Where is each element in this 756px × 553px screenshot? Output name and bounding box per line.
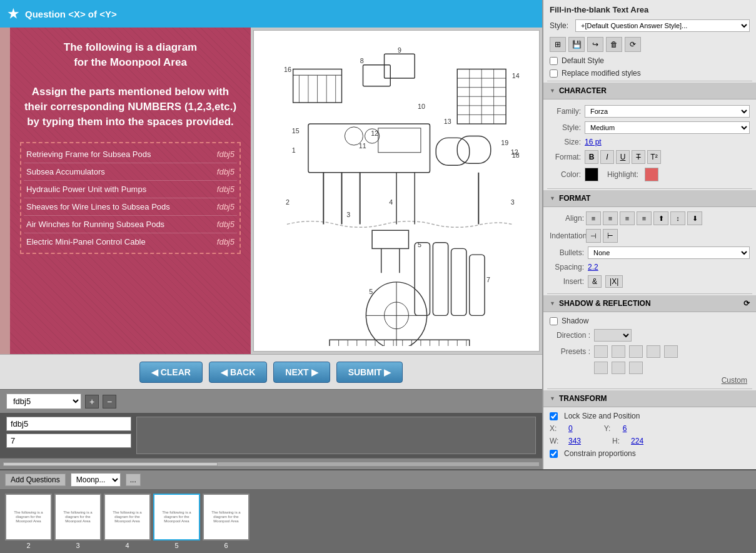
thumbnail-5[interactable]: The following is a diagram for the Moonp… <box>203 494 249 549</box>
preset-btn-3[interactable] <box>629 345 643 358</box>
replace-modified-checkbox[interactable] <box>550 69 558 78</box>
align-middle-button[interactable]: ↕ <box>670 211 685 225</box>
submit-button[interactable]: SUBMIT ▶ <box>336 362 403 383</box>
spacing-value[interactable]: 2.2 <box>588 263 598 271</box>
bold-button[interactable]: B <box>585 150 598 164</box>
icon-btn-rotate[interactable]: ↪ <box>587 37 603 52</box>
shadow-section-header[interactable]: ▼ SHADOW & REFLECTION ⟳ <box>543 295 756 312</box>
custom-label[interactable]: Custom <box>722 374 747 387</box>
text-panel: The following is a diagram for the Moonp… <box>10 28 251 354</box>
color-swatch[interactable] <box>585 168 598 181</box>
thumbnail-3[interactable]: The following is a diagram for the Moonp… <box>104 494 151 549</box>
size-value[interactable]: 16 pt <box>585 138 602 146</box>
y-value[interactable]: 6 <box>623 424 627 433</box>
character-section-header[interactable]: ▼ CHARACTER <box>543 83 756 99</box>
insert-x-button[interactable]: |X| <box>605 275 623 288</box>
part-name-0: Retrieving Frame for Subsea Pods <box>26 150 217 159</box>
preset-btn-2[interactable] <box>612 345 625 358</box>
answer-text-input[interactable] <box>6 417 131 431</box>
format-buttons: B I U T T² <box>585 150 661 164</box>
indent-row: Indentation: ⊣ ⊢ <box>550 227 750 245</box>
style-select[interactable]: +[Default Question Answer Style]... <box>575 19 750 32</box>
align-top-button[interactable]: ⬆ <box>653 211 668 225</box>
sub-input-left <box>6 417 131 448</box>
part-name-4: Air Winches for Running Subsea Pods <box>26 220 217 229</box>
x-value[interactable]: 0 <box>568 424 573 433</box>
spacing-row: Spacing: 2.2 <box>550 261 750 273</box>
indent-dec-button[interactable]: ⊣ <box>586 229 601 243</box>
more-button[interactable]: ... <box>126 474 141 486</box>
align-justify-button[interactable]: ≡ <box>637 211 652 225</box>
thumbnail-1[interactable]: The following is a diagram for the Moonp… <box>5 494 52 549</box>
preset-btn-5[interactable] <box>664 345 678 358</box>
align-center-button[interactable]: ≡ <box>603 211 618 225</box>
svg-text:10: 10 <box>418 103 425 110</box>
h-value[interactable]: 224 <box>631 437 643 445</box>
preset-btn-1[interactable] <box>594 345 608 358</box>
constrain-label: Constrain proportions <box>564 449 636 458</box>
lock-checkbox[interactable] <box>550 412 558 420</box>
thumbnail-select[interactable]: Moonp... <box>71 473 121 487</box>
preset-btn-6[interactable] <box>594 362 608 374</box>
thumbnail-4[interactable]: The following is a diagram for the Moonp… <box>153 494 200 549</box>
icon-btn-row: ⊞ 💾 ↪ 🗑 ⟳ <box>543 34 756 54</box>
answer-number-input[interactable] <box>6 434 131 448</box>
shadow-checkbox[interactable] <box>550 317 558 325</box>
answer-select[interactable]: fdbj5 <box>6 393 81 409</box>
presets-row-2 <box>550 360 750 376</box>
add-questions-button[interactable]: Add Questions <box>5 474 66 486</box>
insert-amp-button[interactable]: & <box>588 275 602 288</box>
w-key: W: <box>550 437 562 445</box>
strikethrough-button[interactable]: T <box>632 150 645 164</box>
next-button[interactable]: NEXT ▶ <box>273 362 330 383</box>
x-key: X: <box>550 424 562 433</box>
transform-triangle: ▼ <box>550 395 555 402</box>
direction-select[interactable] <box>594 329 632 342</box>
family-select[interactable]: Forza <box>585 105 750 118</box>
highlight-swatch[interactable] <box>645 168 658 181</box>
controls-bar: ◀ CLEAR ◀ BACK NEXT ▶ SUBMIT ▶ <box>0 354 542 389</box>
bullets-select[interactable]: None <box>588 246 750 259</box>
replace-modified-row: Replace modified styles <box>543 67 756 79</box>
thumbnail-2[interactable]: The following is a diagram for the Moonp… <box>54 494 101 549</box>
shadow-refresh-icon[interactable]: ⟳ <box>743 299 750 308</box>
family-row: Family: Forza <box>550 103 750 119</box>
icon-btn-save[interactable]: 💾 <box>568 37 585 52</box>
align-right-button[interactable]: ≡ <box>620 211 635 225</box>
format-section-header[interactable]: ▼ FORMAT <box>543 190 756 207</box>
default-style-checkbox[interactable] <box>550 57 558 65</box>
char-style-select[interactable]: Medium <box>585 121 750 134</box>
part-code-2: fdbj5 <box>217 185 234 194</box>
thumb-num-3: 4 <box>125 542 129 549</box>
svg-text:3: 3 <box>511 198 515 206</box>
thumbnail-header: Add Questions Moonp... ... <box>0 470 756 490</box>
preset-btn-7[interactable] <box>612 362 625 374</box>
thumb-image-2: The following is a diagram for the Moonp… <box>54 494 101 540</box>
svg-text:4: 4 <box>389 198 393 206</box>
transform-section-body: Lock Size and Position X: 0 Y: 6 W: 343 … <box>543 407 756 462</box>
clear-button[interactable]: ◀ CLEAR <box>139 362 203 383</box>
svg-text:9: 9 <box>398 46 401 54</box>
lock-row: Lock Size and Position <box>550 410 750 422</box>
icon-btn-delete[interactable]: 🗑 <box>606 37 622 52</box>
align-bottom-button[interactable]: ⬇ <box>687 211 702 225</box>
minus-button[interactable]: − <box>103 395 116 408</box>
transform-section-header[interactable]: ▼ TRANSFORM <box>543 390 756 407</box>
svg-text:13: 13 <box>444 118 451 125</box>
horizontal-scrollbar[interactable] <box>0 458 542 469</box>
italic-button[interactable]: I <box>600 150 614 164</box>
superscript-button[interactable]: T² <box>647 150 661 164</box>
icon-btn-grid[interactable]: ⊞ <box>550 37 566 52</box>
align-left-button[interactable]: ≡ <box>586 211 601 225</box>
fill-blank-label: Fill-in-the-blank Text Area <box>550 5 750 14</box>
underline-button[interactable]: U <box>616 150 630 164</box>
back-button[interactable]: ◀ BACK <box>209 362 267 383</box>
icon-btn-refresh[interactable]: ⟳ <box>625 37 641 52</box>
indent-inc-button[interactable]: ⊢ <box>603 229 618 243</box>
preset-btn-4[interactable] <box>647 345 660 358</box>
w-value[interactable]: 343 <box>568 437 581 445</box>
preset-btn-8[interactable] <box>629 362 643 374</box>
svg-text:14: 14 <box>512 72 520 79</box>
constrain-checkbox[interactable] <box>550 450 558 458</box>
plus-button[interactable]: + <box>85 395 99 408</box>
